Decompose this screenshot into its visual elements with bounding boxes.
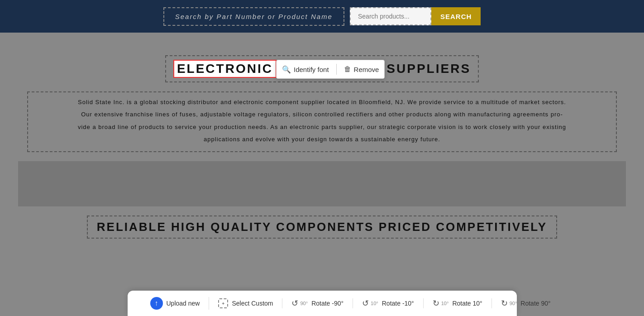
search-icon: 🔍	[282, 65, 291, 74]
description-line-3: vide a broad line of products to service…	[35, 122, 609, 132]
trash-icon: 🗑	[344, 65, 351, 73]
menu-divider	[336, 64, 337, 75]
rotate-neg10-label: Rotate -10°	[382, 300, 414, 307]
search-button[interactable]: SEARCH	[431, 7, 481, 25]
rotate-neg90-badge: 90°	[300, 301, 308, 306]
description-line-1: Solid State Inc. is a global stocking di…	[35, 97, 609, 107]
rotate-pos10-icon: ↻	[433, 298, 439, 308]
second-heading-text: RELIABLE HIGH QUALITY COMPONENTS PRICED …	[87, 215, 557, 239]
remove-button[interactable]: 🗑 Remove	[344, 65, 379, 73]
upload-new-button[interactable]: ↑ Upload new	[141, 297, 210, 310]
search-input[interactable]	[350, 7, 431, 25]
search-input-wrapper: SEARCH	[350, 7, 481, 25]
identify-font-label: Identify font	[294, 66, 329, 73]
rotate-pos90-button[interactable]: ↻ 90° Rotate 90°	[492, 298, 560, 308]
identify-font-button[interactable]: 🔍 Identify font	[282, 65, 329, 74]
rotate-pos10-label: Rotate 10°	[452, 300, 482, 307]
upload-icon: ↑	[150, 297, 163, 310]
rotate-pos90-icon: ↻	[501, 298, 508, 308]
navbar: Search by Part Number or Product Name SE…	[0, 0, 644, 33]
second-heading-block: RELIABLE HIGH QUALITY COMPONENTS PRICED …	[18, 215, 626, 239]
select-custom-button[interactable]: ✦ Select Custom	[209, 298, 282, 308]
context-menu: 🔍 Identify font 🗑 Remove	[276, 60, 385, 79]
rotate-neg90-button[interactable]: ↺ 90° Rotate -90°	[282, 298, 353, 308]
rotate-pos90-label: Rotate 90°	[520, 300, 550, 307]
rotate-neg90-label: Rotate -90°	[311, 300, 343, 307]
rotate-neg10-badge: 10°	[371, 301, 378, 306]
highlighted-title-word: ELECTRONIC	[173, 60, 277, 78]
search-placeholder-text: Search by Part Number or Product Name	[163, 7, 344, 26]
remove-label: Remove	[354, 66, 379, 73]
gray-section	[18, 161, 626, 206]
rotate-neg10-icon: ↺	[362, 298, 369, 308]
rotate-neg10-button[interactable]: ↺ 10° Rotate -10°	[353, 298, 424, 308]
description-block: Solid State Inc. is a global stocking di…	[27, 91, 617, 152]
rotate-pos10-button[interactable]: ↻ 10° Rotate 10°	[424, 298, 492, 308]
upload-new-label: Upload new	[167, 300, 200, 307]
select-custom-label: Select Custom	[232, 300, 273, 307]
description-line-4: applications and evolve with your design…	[35, 134, 609, 144]
description-line-2: Our extensive franchise lines of fuses, …	[35, 109, 609, 120]
rotate-pos90-badge: 90°	[510, 301, 517, 306]
select-custom-icon: ✦	[218, 298, 228, 308]
rotate-pos10-badge: 10°	[441, 301, 449, 306]
rotate-neg90-icon: ↺	[291, 298, 298, 308]
main-content: 🔍 Identify font 🗑 Remove ELECTRONICCOMPO…	[0, 33, 644, 286]
bottom-toolbar: ↑ Upload new ✦ Select Custom ↺ 90° Rotat…	[128, 291, 517, 316]
